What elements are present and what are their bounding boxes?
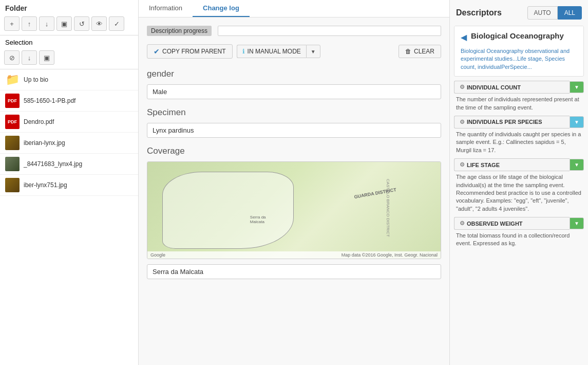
individual-count-button[interactable]: ⚙ INDIVIDUAL COUNT (454, 81, 570, 94)
bio-card-header: ◀ Biological Oceanography (454, 26, 583, 47)
action-row: ✔ COPY FROM PARENT ℹ IN MANUAL MODE ▼ 🗑 … (147, 44, 441, 59)
tab-changelog-label: Change log (203, 4, 239, 12)
copy-icon: ✔ (154, 47, 160, 56)
observed-weight-label: OBSERVED WEIGHT (467, 221, 523, 227)
right-panel: Descriptors AUTO ALL ◀ Biological Oceano… (449, 0, 588, 365)
descriptor-individuals-per-species: ⚙ INDIVIDUALS PER SPECIES ▼ The quantity… (450, 116, 588, 158)
map-label-serra: Serra daMalcata (250, 215, 266, 224)
map-container[interactable]: GUARDA DISTRICT Serra daMalcata CASTELO … (147, 161, 441, 259)
file-item-img3[interactable]: iber-lynx751.jpg (0, 175, 138, 196)
copy-from-parent-button[interactable]: ✔ COPY FROM PARENT (147, 44, 233, 59)
file-name-img2: _84471683_lynx4.jpg (24, 160, 82, 168)
coverage-title: Coverage (147, 146, 441, 156)
tab-bar: Information Change log (139, 0, 449, 17)
download-selection-button[interactable]: ↓ (22, 50, 37, 65)
img-thumb-3 (5, 178, 20, 192)
gear-icon-4: ⚙ (460, 220, 465, 227)
ips-description: The quantity of individuals caught per s… (454, 131, 584, 154)
in-manual-mode-button[interactable]: ℹ IN MANUAL MODE (237, 45, 306, 58)
selection-title: Selection (0, 35, 138, 48)
life-stage-description: The age class or life stage of the biolo… (454, 173, 584, 213)
file-name-pdf1: 585-1650-1-PB.pdf (24, 97, 75, 104)
map-background: GUARDA DISTRICT Serra daMalcata CASTELO … (147, 162, 441, 259)
img-thumb-1 (5, 136, 20, 150)
right-panel-header: Descriptors AUTO ALL (450, 0, 588, 26)
observed-weight-button[interactable]: ⚙ OBSERVED WEIGHT (454, 217, 570, 230)
file-item-pdf1[interactable]: PDF 585-1650-1-PB.pdf (0, 90, 138, 112)
main-content: Information Change log Description progr… (139, 0, 449, 365)
copy-selection-button[interactable]: ▣ (39, 50, 54, 65)
map-data-label: Map data ©2016 Google, Inst. Geogr. Naci… (342, 252, 438, 258)
gender-section: gender (147, 69, 441, 107)
history-button[interactable]: ↺ (74, 16, 89, 31)
tab-information[interactable]: Information (139, 0, 193, 17)
auto-mode-button[interactable]: AUTO (527, 6, 558, 20)
map-footer: Google Map data ©2016 Google, Inst. Geog… (147, 251, 441, 259)
img-thumb-2 (5, 157, 20, 171)
folder-title: Folder (0, 0, 138, 14)
observed-weight-dropdown[interactable]: ▼ (570, 217, 584, 229)
manual-mode-label: IN MANUAL MODE (248, 48, 301, 55)
selection-toolbar: ⊘ ↓ ▣ (0, 48, 138, 69)
gear-icon-3: ⚙ (460, 161, 465, 168)
trash-icon: 🗑 (405, 48, 411, 55)
gender-input[interactable] (147, 84, 441, 99)
descriptor-life-stage: ⚙ LIFE STAGE ▼ The age class or life sta… (450, 158, 588, 217)
progress-row: Description progress 0% (147, 26, 441, 36)
gear-icon-2: ⚙ (460, 119, 465, 125)
individuals-per-species-button[interactable]: ⚙ INDIVIDUALS PER SPECIES (454, 116, 570, 129)
map-label-guarda: GUARDA DISTRICT (354, 187, 397, 199)
file-name-pdf2: Dendro.pdf (24, 118, 54, 125)
map-region (162, 172, 294, 249)
file-item-img2[interactable]: _84471683_lynx4.jpg (0, 154, 138, 175)
coverage-input[interactable] (147, 264, 441, 279)
descriptor-ips-row: ⚙ INDIVIDUALS PER SPECIES ▼ (454, 116, 584, 129)
descriptor-individual-count-row: ⚙ INDIVIDUAL COUNT ▼ (454, 81, 584, 94)
life-stage-button[interactable]: ⚙ LIFE STAGE (454, 158, 570, 171)
descriptor-ow-row: ⚙ OBSERVED WEIGHT ▼ (454, 217, 584, 230)
life-stage-label: LIFE STAGE (467, 162, 500, 168)
ips-label: INDIVIDUALS PER SPECIES (467, 119, 542, 125)
specimen-input[interactable] (147, 123, 441, 138)
observed-weight-description: The total biomass found in a collection/… (454, 232, 584, 248)
eye-button[interactable]: 👁 (91, 16, 107, 31)
file-name-up-to-bio: Up to bio (24, 76, 48, 83)
descriptors-title: Descriptors (456, 8, 502, 17)
bio-card: ◀ Biological Oceanography Biological Oce… (454, 26, 584, 77)
descriptor-ls-row: ⚙ LIFE STAGE ▼ (454, 158, 584, 171)
bio-back-button[interactable]: ◀ (461, 32, 467, 42)
clear-button[interactable]: 🗑 CLEAR (399, 45, 441, 58)
manual-mode-dropdown-button[interactable]: ▼ (306, 45, 320, 58)
download-button[interactable]: ↓ (39, 16, 54, 31)
tab-information-label: Information (149, 4, 182, 12)
clear-selection-button[interactable]: ⊘ (4, 50, 20, 65)
content-area: Description progress 0% ✔ COPY FROM PARE… (139, 17, 449, 365)
file-list: 📁 Up to bio PDF 585-1650-1-PB.pdf PDF De… (0, 69, 138, 365)
gender-title: gender (147, 69, 441, 79)
folder-button[interactable]: ▣ (56, 16, 72, 31)
file-name-img3: iber-lynx751.jpg (24, 181, 67, 189)
all-mode-button[interactable]: ALL (558, 6, 582, 20)
file-item-img1[interactable]: iberian-lynx.jpg (0, 133, 138, 154)
descriptor-observed-weight: ⚙ OBSERVED WEIGHT ▼ The total biomass fo… (450, 217, 588, 252)
check-button[interactable]: ✓ (109, 16, 124, 31)
life-stage-dropdown[interactable]: ▼ (570, 159, 584, 171)
tab-changelog[interactable]: Change log (193, 0, 250, 17)
gear-icon-1: ⚙ (460, 84, 465, 90)
upload-button[interactable]: ↑ (22, 16, 37, 31)
folder-toolbar: + ↑ ↓ ▣ ↺ 👁 ✓ (0, 14, 138, 35)
selection-label: Selection (5, 39, 32, 46)
pdf-icon-1: PDF (5, 94, 20, 108)
manual-mode-split: ℹ IN MANUAL MODE ▼ (237, 45, 320, 58)
file-name-img1: iberian-lynx.jpg (24, 139, 65, 147)
file-item-pdf2[interactable]: PDF Dendro.pdf (0, 112, 138, 133)
file-item-up-to-bio[interactable]: 📁 Up to bio (0, 69, 138, 90)
add-button[interactable]: + (4, 16, 20, 31)
progress-bar: 0% (218, 26, 441, 36)
individual-count-description: The number of individuals represented pr… (454, 96, 584, 112)
coverage-section: Coverage GUARDA DISTRICT Serra daMalcata… (147, 146, 441, 287)
ips-dropdown[interactable]: ▼ (570, 116, 584, 128)
info-icon: ℹ (242, 48, 245, 55)
specimen-title: Specimen (147, 107, 441, 118)
individual-count-dropdown[interactable]: ▼ (570, 81, 584, 93)
